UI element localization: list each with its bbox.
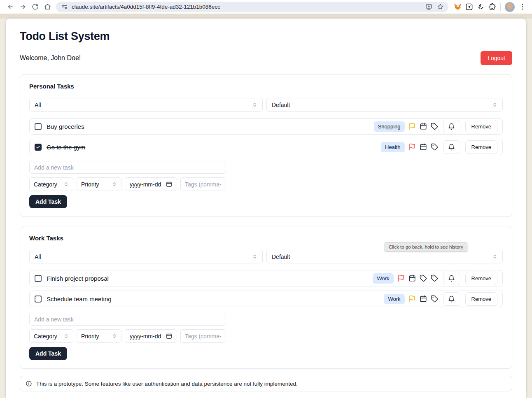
browser-forward-button[interactable] [16,1,29,13]
tag-icon [431,275,438,282]
star-icon [437,3,444,10]
chevron-updown-icon [252,102,257,107]
category-selected-value: Category [34,333,57,340]
date-picker-calendar-icon[interactable] [166,181,172,187]
date-placeholder: yyyy-mm-dd [130,181,161,188]
priority-selected-value: Priority [81,333,99,340]
due-date-input[interactable]: yyyy-mm-dd [125,329,177,343]
category-select[interactable]: Category [29,329,73,343]
due-date-calendar-icon [408,275,416,282]
tags-input[interactable] [180,177,226,191]
browser-toolbar: claude.site/artifacts/4a0dd15f-8ff9-4fde… [0,0,532,14]
sort-select[interactable]: Default [266,250,503,263]
remove-task-button[interactable]: Remove [465,292,497,306]
chevron-updown-icon [63,333,69,339]
prototype-notice-text: This is a prototype. Some features like … [36,381,298,387]
remove-task-button[interactable]: Remove [465,120,497,133]
priority-flag-icon [397,275,405,282]
reload-icon [32,3,39,10]
address-bar[interactable]: claude.site/artifacts/4a0dd15f-8ff9-4fde… [56,2,448,12]
sort-selected-value: Default [272,254,290,260]
filter-select[interactable]: All [29,250,263,263]
kebab-menu-icon [518,3,526,11]
bell-icon [448,275,455,282]
send-extension-button[interactable] [463,1,475,13]
site-info-icon[interactable] [61,3,68,10]
filter-selected-value: All [35,254,41,260]
welcome-message: Welcome, John Doe! [20,54,81,62]
category-badge: Shopping [374,121,405,132]
url-text[interactable]: claude.site/artifacts/4a0dd15f-8ff9-4fde… [72,4,423,10]
todo-app-page: Todo List System Welcome, John Doe! Logo… [6,19,526,398]
category-select[interactable]: Category [29,177,73,191]
filter-select[interactable]: All [29,98,263,112]
remove-task-button[interactable]: Remove [465,140,497,154]
task-label: Buy groceries [47,123,84,130]
task-checkbox[interactable] [35,144,42,151]
profile-avatar[interactable] [505,2,515,12]
remove-task-button[interactable]: Remove [465,272,497,285]
panel-title: Work Tasks [29,235,503,242]
home-icon [44,3,51,10]
due-date-calendar-icon [420,123,427,130]
task-label: Schedule team meeting [47,296,112,303]
task-row: Schedule team meeting Work Remove [29,291,503,307]
task-checkbox[interactable] [35,275,42,282]
new-task-input[interactable] [29,313,226,326]
priority-flag-icon [408,123,416,130]
priority-flag-icon [408,295,416,303]
bookmark-button[interactable] [434,2,446,12]
task-row: Buy groceries Shopping Remove [29,118,503,135]
chevron-updown-icon [63,182,69,187]
reminder-bell-button[interactable] [443,140,460,154]
page-background-band [0,14,532,19]
panel-title: Personal Tasks [29,83,503,90]
browser-back-button[interactable] [4,1,16,13]
date-placeholder: yyyy-mm-dd [130,333,161,340]
tag-icon [420,275,427,282]
due-date-calendar-icon [420,295,427,303]
priority-select[interactable]: Priority [77,177,121,191]
task-checkbox[interactable] [35,296,42,303]
install-icon [425,3,432,10]
sort-selected-value: Default [272,102,290,108]
chevron-updown-icon [252,254,257,259]
tag-icon [431,295,438,303]
tags-input[interactable] [180,329,226,343]
back-button-tooltip: Click to go back, hold to see history [385,242,467,251]
sort-select[interactable]: Default [266,98,503,112]
browser-home-button[interactable] [41,1,54,13]
back-arrow-icon [7,3,14,10]
logout-button[interactable]: Logout [481,51,512,65]
add-task-button[interactable]: Add Task [29,347,67,360]
tag-icon [431,143,438,151]
priority-flag-icon [408,143,416,151]
due-date-input[interactable]: yyyy-mm-dd [125,177,177,191]
metamask-extension-button[interactable] [452,1,463,13]
browser-reload-button[interactable] [29,1,41,13]
due-date-calendar-icon [420,143,427,151]
reminder-bell-button[interactable] [443,292,460,306]
browser-menu-button[interactable] [516,1,528,13]
date-picker-calendar-icon[interactable] [166,333,172,339]
personal-tasks-panel: Personal Tasks All Default Buy groceries… [20,74,512,217]
priority-select[interactable]: Priority [77,329,121,343]
reminder-bell-button[interactable] [443,120,460,133]
install-app-button[interactable] [423,2,434,12]
task-row: Finish project proposal Work Remove [29,270,503,286]
tag-icon [431,123,438,130]
add-task-button[interactable]: Add Task [29,195,67,208]
check-icon [36,145,40,149]
metamask-fox-icon [454,3,462,11]
category-badge: Work [373,273,393,284]
chevron-updown-icon [112,333,117,339]
extensions-menu-button[interactable] [486,1,498,13]
reminder-bell-button[interactable] [443,272,460,285]
script-pen-icon [477,3,485,11]
chevron-updown-icon [112,182,117,187]
category-badge: Work [384,294,404,304]
new-task-input[interactable] [29,161,226,174]
notes-extension-button[interactable] [475,1,486,13]
task-checkbox[interactable] [35,123,42,130]
bell-icon [448,144,455,151]
